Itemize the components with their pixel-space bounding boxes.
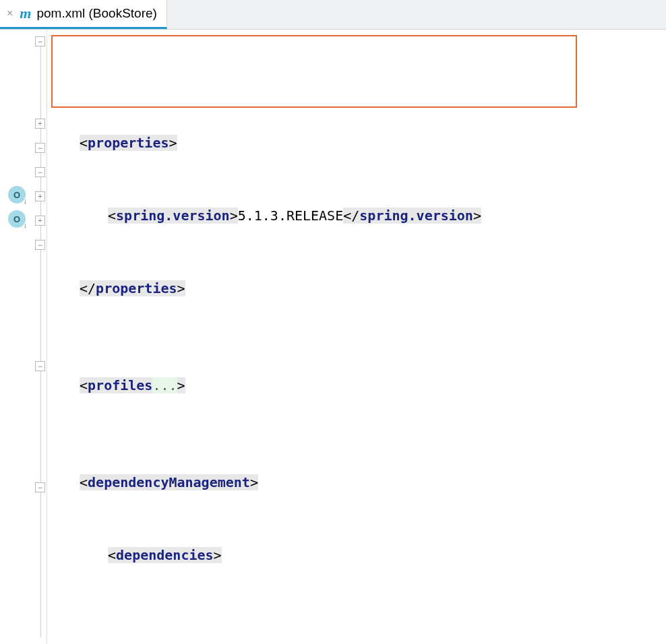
code-line[interactable]: <dependency...> bbox=[47, 640, 666, 644]
code-line[interactable]: <profiles...> bbox=[47, 373, 666, 397]
fold-gutter[interactable] bbox=[34, 30, 47, 644]
file-tab-pom[interactable]: × m pom.xml (BookStore) bbox=[0, 0, 167, 29]
fold-toggle[interactable] bbox=[35, 191, 45, 201]
fold-toggle[interactable] bbox=[35, 361, 45, 371]
code-line[interactable]: <dependencyManagement> bbox=[47, 470, 666, 494]
fold-toggle[interactable] bbox=[35, 216, 45, 226]
code-content[interactable]: <properties> <spring.version>5.1.3.RELEA… bbox=[47, 30, 666, 644]
left-gutter: O O bbox=[0, 30, 34, 644]
code-line[interactable]: <spring.version>5.1.3.RELEASE</spring.ve… bbox=[47, 203, 666, 228]
override-icon[interactable]: O bbox=[8, 186, 26, 203]
fold-toggle[interactable] bbox=[35, 143, 45, 153]
tab-title: pom.xml (BookStore) bbox=[36, 6, 156, 21]
fold-toggle[interactable] bbox=[35, 167, 45, 177]
maven-icon: m bbox=[20, 6, 31, 21]
fold-toggle[interactable] bbox=[35, 482, 45, 492]
editor-tab-bar: × m pom.xml (BookStore) bbox=[0, 0, 666, 30]
code-line[interactable]: <dependencies> bbox=[47, 543, 666, 567]
code-line[interactable]: </properties> bbox=[47, 276, 666, 300]
override-icon[interactable]: O bbox=[8, 210, 26, 228]
fold-toggle[interactable] bbox=[35, 240, 45, 250]
close-icon[interactable]: × bbox=[7, 7, 13, 20]
editor-area[interactable]: O O <properties> <spring.version>5.1.3.R… bbox=[0, 30, 666, 644]
fold-toggle[interactable] bbox=[35, 119, 45, 129]
fold-toggle[interactable] bbox=[35, 36, 45, 46]
highlight-region bbox=[51, 35, 577, 108]
code-line[interactable]: <properties> bbox=[47, 131, 666, 155]
